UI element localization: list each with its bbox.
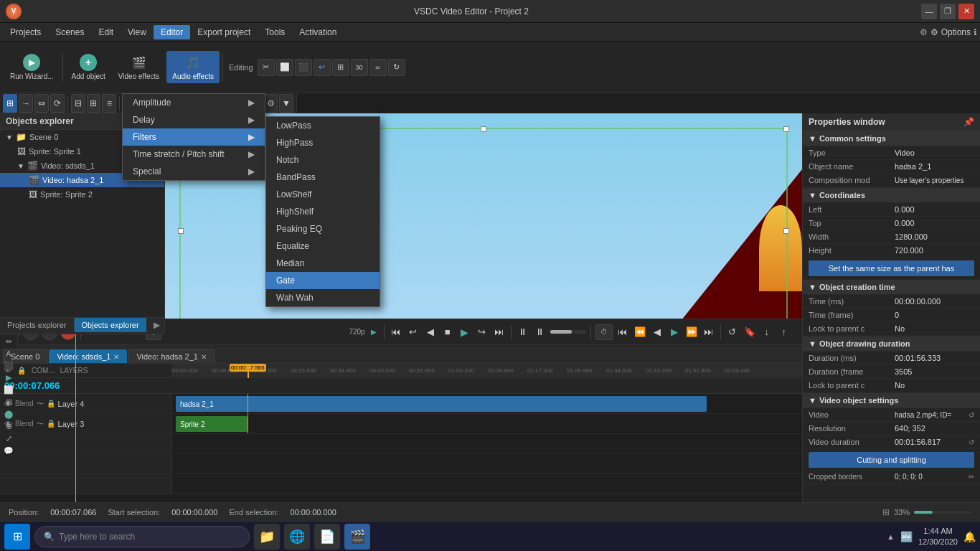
drawing-duration-header[interactable]: ▼ Object drawing duration — [803, 336, 980, 352]
tl-volume-slider[interactable] — [550, 330, 586, 334]
filter-bandpass[interactable]: BandPass — [266, 169, 380, 186]
creation-time-header[interactable]: ▼ Object creation time — [803, 279, 980, 295]
audio-effects-button[interactable]: 🎵 Audio effects — [166, 51, 220, 83]
tl-bookmark[interactable]: 🔖 — [743, 325, 757, 339]
tl-skip-end[interactable]: ⏭ — [702, 325, 716, 339]
common-settings-header[interactable]: ▼ Common settings — [803, 131, 980, 146]
zoom-slider[interactable] — [914, 511, 971, 514]
taskbar-app-vsdc[interactable]: 🎬 — [344, 524, 370, 550]
snap-tool[interactable]: 30 — [351, 59, 368, 76]
play-forward[interactable]: ▶ — [458, 325, 472, 339]
tree-item-sprite2[interactable]: 🖼 Sprite: Sprite 2 — [0, 187, 164, 202]
maximize-button[interactable]: ❐ — [940, 4, 956, 19]
taskbar-search[interactable]: 🔍 Type here to search — [34, 526, 250, 547]
playhead-marker[interactable] — [248, 364, 249, 378]
add-object-button[interactable]: + Add object — [66, 51, 111, 83]
tl-skip-start[interactable]: ⏮ — [616, 325, 630, 339]
explorer-expand[interactable]: ▶ — [149, 317, 164, 333]
video-duration-reset[interactable]: ↺ — [969, 438, 974, 446]
filter-median[interactable]: Median — [266, 255, 380, 272]
layer4-lock[interactable]: 🔒 — [47, 400, 55, 408]
dropdown-timestretch[interactable]: Time stretch / Pitch shift ▶ — [123, 146, 265, 163]
filter-highpass[interactable]: HighPass — [266, 134, 380, 151]
video-settings-header[interactable]: ▼ Video object settings — [803, 392, 980, 408]
run-wizard-button[interactable]: ▶ Run Wizard... — [4, 51, 60, 83]
tab-close-sdsds[interactable]: ✕ — [113, 353, 119, 361]
expand-icon[interactable]: ⊞ — [882, 507, 890, 517]
tool-icon-1[interactable]: ✏ — [2, 337, 15, 347]
tl-play-selection[interactable]: ▶ — [667, 325, 682, 339]
arrow-tool[interactable]: ↩ — [314, 59, 331, 76]
play-start[interactable]: ⏮ — [389, 325, 403, 339]
taskbar-app-word[interactable]: 📄 — [314, 524, 340, 550]
split-tool[interactable]: ⬛ — [295, 59, 312, 76]
snap-grid-tool[interactable]: ⊞ — [87, 94, 101, 113]
properties-pin[interactable]: 📌 — [963, 117, 974, 127]
sel-handle-ml[interactable] — [178, 228, 184, 234]
options-label[interactable]: ⚙ Options — [930, 27, 971, 37]
filter-gate[interactable]: Gate — [266, 272, 380, 289]
layer4-clip[interactable]: hadsa 2_1 — [176, 396, 707, 412]
tab-close-hadsa[interactable]: ✕ — [201, 353, 207, 361]
settings-tool[interactable]: ⚙ — [263, 94, 278, 113]
video-effects-button[interactable]: 🎬 Video effects — [113, 51, 165, 83]
close-button[interactable]: ✕ — [958, 4, 974, 19]
tab-objects-explorer[interactable]: Objects explorer — [75, 318, 146, 332]
tool-icon-5[interactable]: ⬜ — [2, 385, 15, 395]
play-stop[interactable]: ■ — [440, 325, 455, 339]
taskbar-app-files[interactable]: 📁 — [254, 524, 280, 550]
filter-lowpass[interactable]: LowPass — [266, 117, 380, 134]
minimize-button[interactable]: — — [921, 4, 937, 19]
dropdown-amplitude[interactable]: Amplitude ▶ — [123, 94, 265, 111]
help-icon[interactable]: ℹ — [974, 27, 977, 37]
video-reset-icon[interactable]: ↺ — [969, 411, 974, 419]
tl-vol-up[interactable]: ↑ — [777, 325, 791, 339]
select-tool[interactable]: ⊞ — [332, 59, 349, 76]
coordinates-header[interactable]: ▼ Coordinates — [803, 187, 980, 203]
tool-icon-6[interactable]: ⊞ — [2, 397, 15, 407]
menu-editor[interactable]: Editor — [154, 25, 190, 39]
tool-icon-8[interactable]: ⊕ — [2, 422, 15, 431]
tool-icon-10[interactable]: 💬 — [2, 446, 15, 456]
play-prev-frame[interactable]: ↩ — [406, 325, 420, 339]
resize-tool[interactable]: ⇔ — [34, 94, 49, 113]
move-tool[interactable]: → — [19, 94, 33, 113]
filter-notch[interactable]: Notch — [266, 151, 380, 169]
menu-edit[interactable]: Edit — [91, 25, 121, 39]
start-button[interactable]: ⊞ — [4, 524, 30, 550]
menu-activation[interactable]: Activation — [292, 25, 344, 39]
loop-tool[interactable]: ∞ — [369, 59, 387, 76]
filter-equalize[interactable]: Equalize — [266, 237, 380, 255]
layer3-lock[interactable]: 🔒 — [47, 420, 55, 428]
crop-edit-icon[interactable]: ✏ — [969, 473, 974, 481]
cut-tool[interactable]: ✂ — [258, 59, 275, 76]
menu-view[interactable]: View — [121, 25, 154, 39]
tool-icon-7[interactable]: ⬤ — [2, 410, 15, 419]
menu-projects[interactable]: Projects — [3, 25, 48, 39]
tool-icon-4[interactable]: ▶ — [2, 373, 15, 382]
tl-back[interactable]: ◀ — [650, 325, 664, 339]
filter-peaking-eq[interactable]: Peaking EQ — [266, 220, 380, 237]
tl-rewind[interactable]: ⏪ — [633, 325, 647, 339]
dropdown-tool[interactable]: ▼ — [279, 94, 293, 113]
layer3-clip[interactable]: Sprite 2 — [176, 416, 248, 432]
notification-icon[interactable]: 🔔 — [963, 531, 976, 542]
taskbar-app-chrome[interactable]: 🌐 — [284, 524, 310, 550]
sel-handle-mr[interactable] — [783, 228, 789, 234]
tl-pause2[interactable]: ⏸ — [516, 325, 530, 339]
tab-video-sdsds[interactable]: Video: sdsds_1 ✕ — [49, 349, 127, 363]
same-size-button[interactable]: Set the same size as the parent has — [809, 260, 974, 276]
systray-up-arrow[interactable]: ▲ — [887, 532, 895, 541]
menu-scenes[interactable]: Scenes — [48, 25, 91, 39]
menu-export[interactable]: Export project — [190, 25, 258, 39]
filter-lowshelf[interactable]: LowShelf — [266, 186, 380, 203]
cutting-splitting-button[interactable]: Cutting and splitting — [809, 452, 974, 468]
dropdown-filters[interactable]: Filters ▶ — [123, 128, 265, 146]
tl-vol-down[interactable]: ↓ — [760, 325, 774, 339]
select-rect-tool[interactable]: ⊞ — [3, 94, 17, 113]
sel-handle-tc[interactable] — [481, 126, 486, 132]
tl-mute[interactable]: ⏸ — [533, 325, 547, 339]
grid-tool[interactable]: ⊟ — [71, 94, 85, 113]
tl-loop-toggle[interactable]: ↺ — [725, 325, 740, 339]
align-tool[interactable]: ≡ — [102, 94, 116, 113]
